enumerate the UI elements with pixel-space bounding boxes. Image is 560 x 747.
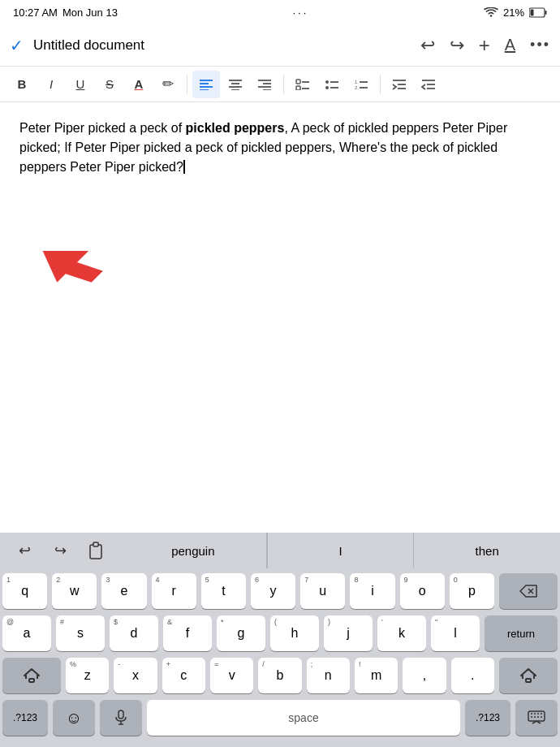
svg-rect-39 <box>526 679 531 682</box>
prediction-2[interactable]: I <box>267 533 415 568</box>
separator2 <box>283 75 284 94</box>
key-s[interactable]: #s <box>56 615 105 651</box>
separator3 <box>380 75 381 94</box>
key-u[interactable]: 7u <box>300 573 345 609</box>
document-text[interactable]: Peter Piper picked a peck of pickled pep… <box>19 119 541 177</box>
doc-title: Untitled document <box>33 37 414 54</box>
keyboard-area: ↩ ↪ penguin I then 1q 2w 3e 4r 5t 6y 7u … <box>0 533 560 747</box>
svg-rect-17 <box>296 86 300 90</box>
key-m[interactable]: !m <box>355 658 398 693</box>
num-list-button[interactable]: 1.2. <box>347 71 375 98</box>
key-d[interactable]: $d <box>110 615 158 651</box>
key-j[interactable]: )j <box>324 615 373 651</box>
battery-icon <box>529 7 547 18</box>
key-g[interactable]: *g <box>217 615 265 651</box>
indent-increase-button[interactable] <box>386 71 413 98</box>
align-right-button[interactable] <box>251 71 278 98</box>
key-w[interactable]: 2w <box>52 573 97 609</box>
svg-point-21 <box>325 86 329 89</box>
key-period[interactable]: . <box>451 658 494 693</box>
emoji-key[interactable]: ☺ <box>53 700 95 736</box>
svg-text:2.: 2. <box>355 85 359 90</box>
keyboard-hide-key[interactable] <box>515 700 558 736</box>
key-o[interactable]: 9o <box>400 573 445 609</box>
undo-button[interactable]: ↩ <box>420 35 435 56</box>
strikethrough-button[interactable]: S <box>96 71 123 98</box>
toolbar-actions: ↩ ↪ + A ••• <box>420 34 550 57</box>
underline-button[interactable]: U <box>67 71 94 98</box>
align-center-button[interactable] <box>222 71 249 98</box>
undo-redo-group: ↩ ↪ <box>0 536 120 565</box>
space-key[interactable]: space <box>147 700 460 736</box>
indent-decrease-button[interactable] <box>415 71 442 98</box>
key-k[interactable]: 'k <box>377 615 426 651</box>
key-v[interactable]: =v <box>210 658 253 693</box>
format-toolbar: B I U S A ✏ 1.2. <box>0 67 560 102</box>
key-p[interactable]: 0p <box>450 573 494 609</box>
key-i[interactable]: 8i <box>350 573 394 609</box>
align-left-button[interactable] <box>192 71 220 98</box>
key-z[interactable]: %z <box>66 658 109 693</box>
svg-rect-2 <box>545 11 547 15</box>
italic-button[interactable]: I <box>37 71 65 98</box>
svg-rect-38 <box>29 679 34 682</box>
text-cursor <box>183 160 185 174</box>
key-q[interactable]: 1q <box>2 573 47 609</box>
key-t[interactable]: 5t <box>201 573 246 609</box>
key-row-3: %z -x +c =v /b ;n !m , . <box>2 658 558 693</box>
mic-key[interactable] <box>100 700 142 736</box>
keyboard-rows: 1q 2w 3e 4r 5t 6y 7u 8i 9o 0p @a #s $d &… <box>0 568 560 747</box>
document-area[interactable]: Peter Piper picked a peck of pickled pep… <box>0 102 560 460</box>
top-toolbar: ✓ Untitled document ↩ ↪ + A ••• <box>0 24 560 67</box>
checkmark-icon[interactable]: ✓ <box>10 36 24 55</box>
key-f[interactable]: &f <box>163 615 212 651</box>
checklist-button[interactable] <box>289 71 317 98</box>
svg-rect-40 <box>118 710 123 719</box>
num-switch-key-left[interactable]: .?123 <box>2 700 48 736</box>
key-e[interactable]: 3e <box>101 573 146 609</box>
more-button[interactable]: ••• <box>530 37 550 54</box>
wifi-icon <box>484 7 498 18</box>
bullet-list-button[interactable] <box>318 71 346 98</box>
svg-rect-15 <box>296 80 300 84</box>
key-a[interactable]: @a <box>2 615 51 651</box>
prediction-1[interactable]: penguin <box>120 533 267 568</box>
time: 10:27 AM <box>13 6 58 19</box>
redo-button[interactable]: ↪ <box>450 35 464 56</box>
key-comma[interactable]: , <box>403 658 446 693</box>
key-h[interactable]: (h <box>270 615 319 651</box>
key-row-1: 1q 2w 3e 4r 5t 6y 7u 8i 9o 0p <box>2 573 558 609</box>
font-color-button[interactable]: A <box>125 71 153 98</box>
key-b[interactable]: /b <box>258 658 301 693</box>
svg-marker-33 <box>41 228 106 293</box>
svg-rect-35 <box>93 542 98 546</box>
bold-button[interactable]: B <box>8 71 36 98</box>
shift-key-left[interactable] <box>2 658 61 693</box>
text-normal: Peter Piper picked a peck of <box>19 121 186 135</box>
highlight-button[interactable]: ✏ <box>154 71 182 98</box>
key-y[interactable]: 6y <box>251 573 295 609</box>
format-text-button[interactable]: A <box>505 36 515 54</box>
status-bar: 10:27 AM Mon Jun 13 ··· 21% <box>0 0 560 24</box>
add-button[interactable]: + <box>479 34 490 57</box>
key-x[interactable]: -x <box>114 658 157 693</box>
shift-key-right[interactable] <box>499 658 558 693</box>
key-row-2: @a #s $d &f *g (h )j 'k "l return <box>2 615 558 651</box>
prediction-3[interactable]: then <box>414 533 560 568</box>
clipboard-button[interactable] <box>81 536 110 565</box>
key-n[interactable]: ;n <box>307 658 350 693</box>
key-c[interactable]: +c <box>162 658 205 693</box>
key-l[interactable]: "l <box>431 615 480 651</box>
battery-text: 21% <box>503 6 524 19</box>
keyboard-undo-button[interactable]: ↩ <box>10 536 39 565</box>
svg-point-19 <box>325 80 329 84</box>
return-key[interactable]: return <box>485 615 558 651</box>
status-right: 21% <box>484 6 547 19</box>
predictive-bar: ↩ ↪ penguin I then <box>0 533 560 568</box>
delete-key[interactable] <box>499 573 558 609</box>
date: Mon Jun 13 <box>62 6 118 19</box>
keyboard-redo-button[interactable]: ↪ <box>45 536 75 565</box>
key-r[interactable]: 4r <box>152 573 196 609</box>
svg-text:1.: 1. <box>355 80 359 84</box>
num-switch-key-right[interactable]: .?123 <box>465 700 510 736</box>
